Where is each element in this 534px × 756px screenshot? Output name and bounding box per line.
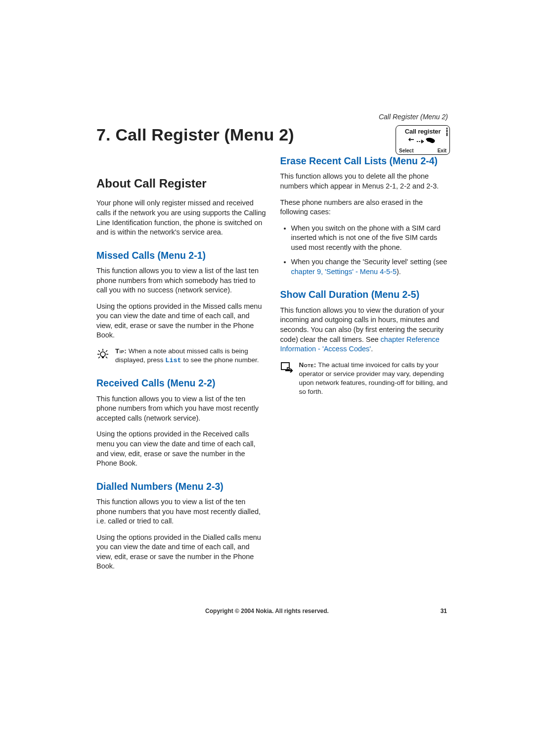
note-icon: [280, 362, 293, 373]
running-head: Call Register (Menu 2): [379, 113, 448, 121]
phone-screen-title: Call register: [399, 128, 446, 135]
softkey-right: Exit: [438, 148, 446, 153]
missed-p1: This function allows you to view a list …: [96, 266, 267, 295]
erase-b2-after: ).: [397, 268, 401, 276]
footer-copyright: Copyright © 2004 Nokia. All rights reser…: [0, 608, 534, 614]
page: Call Register (Menu 2) 7. Call Register …: [0, 0, 534, 590]
arrows-icon: [408, 138, 438, 145]
phone-screen-icons: [399, 137, 446, 146]
svg-line-9: [98, 357, 100, 358]
svg-rect-11: [281, 363, 289, 370]
erase-p2: These phone numbers are also erased in t…: [280, 198, 450, 217]
svg-point-2: [100, 352, 105, 357]
duration-heading: Show Call Duration (Menu 2-5): [280, 288, 450, 300]
tip-label: Tip:: [115, 347, 127, 355]
dialled-heading: Dialled Numbers (Menu 2-3): [96, 480, 267, 492]
received-p2: Using the options provided in the Receiv…: [96, 429, 267, 468]
page-number: 31: [441, 608, 447, 614]
received-heading: Received Calls (Menu 2-2): [96, 377, 267, 389]
tip-callout: Tip: When a note about missed calls is b…: [96, 347, 267, 365]
note-label: Note:: [299, 361, 316, 369]
softkey-left: Select: [399, 148, 413, 153]
missed-p2: Using the options provided in the Missed…: [96, 302, 267, 340]
body-columns: About Call Register Your phone will only…: [96, 155, 450, 590]
title-row: 7. Call Register (Menu 2) Call register …: [96, 125, 450, 155]
about-heading: About Call Register: [96, 176, 267, 191]
svg-line-6: [106, 350, 107, 352]
svg-line-10: [106, 357, 107, 358]
tip-code: List: [165, 357, 181, 364]
duration-p1: This function allows you to view the dur…: [280, 306, 450, 354]
about-text: Your phone will only register missed and…: [96, 198, 267, 237]
erase-bullet-2: When you change the 'Security level' set…: [291, 257, 450, 277]
svg-rect-3: [102, 357, 104, 358]
tip-text: Tip: When a note about missed calls is b…: [115, 347, 267, 365]
note-body: The actual time invoiced for calls by yo…: [299, 361, 448, 396]
note-text: Note: The actual time invoiced for calls…: [299, 361, 450, 397]
missed-heading: Missed Calls (Menu 2-1): [96, 249, 267, 261]
phone-screen: Call register Select Exit: [396, 125, 450, 155]
signal-icon: [446, 128, 447, 137]
lightbulb-icon: [96, 348, 109, 361]
svg-line-5: [98, 350, 100, 352]
erase-list: When you switch on the phone with a SIM …: [280, 224, 450, 277]
duration-p1-after: .: [371, 345, 373, 353]
erase-p1: This function allows you to delete all t…: [280, 172, 450, 191]
dialled-p2: Using the options provided in the Dialle…: [96, 533, 267, 571]
chapter-title: 7. Call Register (Menu 2): [96, 125, 294, 144]
erase-heading: Erase Recent Call Lists (Menu 2-4): [280, 155, 450, 167]
settings-link[interactable]: chapter 9, 'Settings' - Menu 4-5-5: [291, 268, 397, 276]
erase-b2-before: When you change the 'Security level' set…: [291, 258, 447, 266]
tip-after: to see the phone number.: [181, 356, 259, 364]
received-p1: This function allows you to view a list …: [96, 394, 267, 424]
note-callout: Note: The actual time invoiced for calls…: [280, 361, 450, 397]
erase-bullet-1: When you switch on the phone with a SIM …: [291, 224, 450, 253]
dialled-p1: This function allows you to view a list …: [96, 497, 267, 526]
